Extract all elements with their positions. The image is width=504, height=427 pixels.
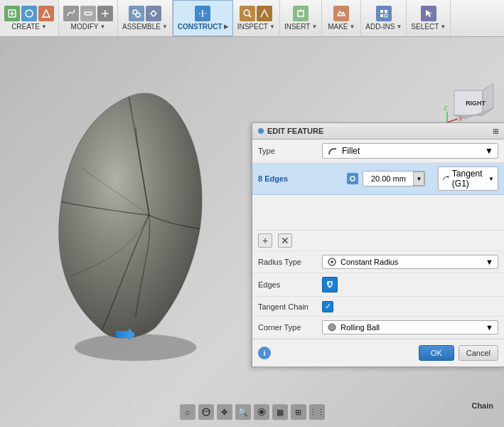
assemble-icon	[129, 6, 144, 21]
type-label: Type	[258, 147, 322, 155]
edges-row[interactable]: 8 Edges ▼ Tangent (G1) ▼	[252, 163, 504, 195]
svg-point-31	[259, 410, 264, 414]
zoom-btn[interactable]: 🔍	[235, 404, 251, 420]
construct-label: CONSTRUCT	[178, 23, 222, 31]
info-button[interactable]: i	[258, 347, 271, 359]
action-buttons: OK Cancel	[419, 345, 498, 361]
create-icon2	[21, 6, 37, 21]
corner-type-arrow: ▼	[486, 323, 493, 332]
display-btn[interactable]: ▦	[272, 404, 288, 420]
make-dropdown-arrow: ▼	[350, 23, 355, 30]
add-edge-btn[interactable]: +	[258, 233, 272, 248]
radius-type-label: Radius Type	[258, 258, 322, 266]
modify-icon	[63, 6, 79, 21]
toolbar-group-select[interactable]: SELECT ▼	[407, 0, 451, 36]
panel-status-dot	[258, 128, 264, 134]
fillet-icon	[327, 145, 338, 157]
toolbar-group-inspect[interactable]: INSPECT ▼	[233, 0, 280, 36]
assemble-dropdown-arrow: ▼	[162, 23, 168, 30]
corner-type-label: Corner Type	[258, 323, 322, 332]
panel-header: EDIT FEATURE ⊞	[252, 123, 504, 139]
svg-rect-16	[380, 10, 383, 13]
panel-title: EDIT FEATURE	[267, 127, 323, 135]
select-label: SELECT	[411, 23, 439, 31]
construct-dropdown-arrow: ▶	[224, 23, 228, 30]
make-label: MAKE	[328, 23, 348, 31]
svg-marker-4	[43, 10, 50, 17]
svg-point-38	[328, 324, 336, 331]
svg-point-9	[136, 13, 140, 17]
size-input[interactable]	[363, 173, 413, 184]
svg-rect-18	[380, 14, 383, 17]
orbit-btn[interactable]	[198, 404, 214, 420]
toolbar-group-assemble[interactable]: ASSEMBLE ▼	[118, 0, 173, 36]
toolbar-group-modify[interactable]: MODIFY ▼	[59, 0, 118, 36]
bottom-toolbar: ⌂ ✥ 🔍 ▦ ⊞ ⋮⋮ Chain	[0, 404, 504, 420]
corner-type-row: Corner Type Rolling Ball ▼	[252, 317, 504, 339]
select-icon	[421, 6, 436, 21]
svg-point-36	[331, 260, 333, 263]
create-icon	[4, 6, 20, 21]
tangent-chain-checkbox[interactable]: ✓	[322, 301, 333, 312]
ok-button[interactable]: OK	[419, 345, 454, 361]
toolbar-group-insert[interactable]: INSERT ▼	[280, 0, 322, 36]
modify-label: MODIFY	[71, 23, 99, 31]
edges-badge: 8 Edges	[258, 174, 288, 183]
3d-shape	[43, 80, 249, 364]
toolbar-group-make[interactable]: MAKE ▼	[322, 0, 361, 36]
assemble-icon2	[146, 6, 161, 21]
remove-edge-btn[interactable]: ✕	[278, 233, 292, 248]
edges-select-btn[interactable]	[322, 277, 338, 292]
tangent-select[interactable]: Tangent (G1) ▼	[438, 167, 498, 191]
svg-text:RIGHT: RIGHT	[466, 100, 486, 107]
panel-footer: i OK Cancel	[252, 339, 504, 367]
create-dropdown-arrow: ▼	[41, 23, 47, 30]
main-toolbar: CREATE ▼ MODIFY ▼	[0, 0, 504, 37]
toolbar-group-create[interactable]: CREATE ▼	[0, 0, 59, 36]
tangent-label: Tangent (G1)	[452, 169, 486, 189]
grid-btn[interactable]: ⊞	[291, 404, 306, 420]
tangent-icon	[442, 174, 449, 184]
size-dropdown[interactable]: ▼	[413, 172, 424, 186]
chain-label: Chain	[471, 401, 493, 410]
svg-point-12	[244, 10, 250, 16]
addins-icon	[376, 6, 392, 21]
type-select-arrow: ▼	[485, 146, 493, 156]
constant-radius-icon	[327, 257, 337, 267]
create-icon3	[38, 6, 54, 21]
pan-btn[interactable]: ✥	[217, 404, 232, 420]
cancel-button[interactable]: Cancel	[459, 345, 498, 361]
type-select[interactable]: Fillet ▼	[322, 143, 498, 159]
insert-icon	[293, 6, 309, 21]
svg-point-34	[447, 176, 449, 178]
panel-expand-btn[interactable]: ⊞	[493, 127, 498, 135]
inspect-label: INSPECT	[237, 23, 268, 31]
toolbar-group-addins[interactable]: ADD-INS ▼	[361, 0, 407, 36]
svg-text:X: X	[459, 115, 463, 122]
canvas-area[interactable]: RIGHT X Z 20.00 mm ▼ ⌂ ✥ 🔍 ▦ ⊞ ⋮⋮ Chain	[0, 37, 504, 427]
home-btn[interactable]: ⌂	[180, 404, 195, 420]
type-row: Type Fillet ▼	[252, 139, 504, 163]
direction-arrow	[116, 327, 133, 340]
panel-empty-area	[252, 195, 504, 231]
toolbar-group-construct[interactable]: CONSTRUCT ▶	[173, 0, 233, 36]
assemble-label: ASSEMBLE	[122, 23, 161, 31]
radius-type-select[interactable]: Constant Radius ▼	[322, 255, 498, 269]
inspect-dropdown-arrow: ▼	[269, 23, 275, 30]
make-icon	[333, 6, 349, 21]
corner-type-value: Rolling Ball	[341, 323, 380, 332]
snap-btn[interactable]: ⋮⋮	[309, 404, 325, 420]
addins-dropdown-arrow: ▼	[396, 23, 402, 30]
svg-point-33	[350, 176, 355, 181]
modify-icon2	[80, 6, 96, 21]
svg-point-30	[203, 408, 210, 416]
corner-type-select[interactable]: Rolling Ball ▼	[322, 320, 498, 334]
svg-rect-5	[85, 12, 92, 15]
insert-dropdown-arrow: ▼	[311, 23, 317, 30]
tangent-chain-label: Tangent Chain	[258, 302, 322, 311]
panel-body: Type Fillet ▼ 8 Edges	[252, 139, 504, 367]
create-label: CREATE	[11, 23, 40, 31]
inspect-icon	[240, 6, 255, 21]
look-btn[interactable]	[254, 404, 269, 420]
svg-rect-17	[385, 10, 387, 13]
